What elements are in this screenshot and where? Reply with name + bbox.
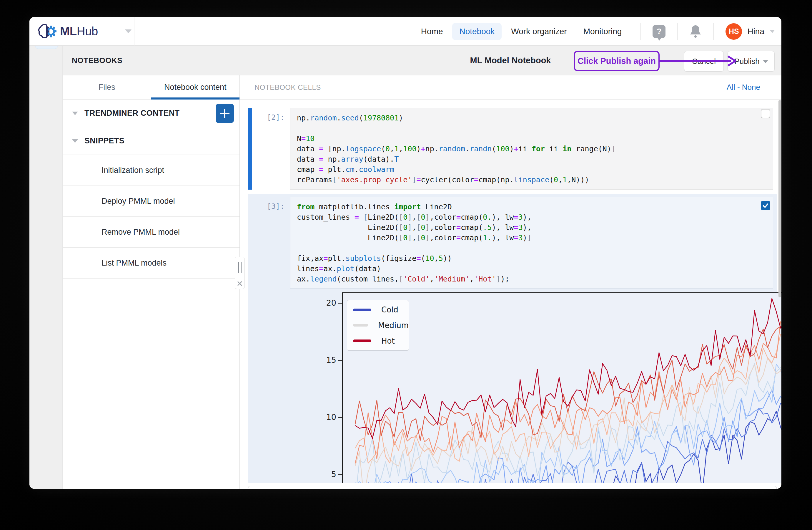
code-line: N=10	[297, 134, 766, 144]
snippet-item[interactable]: Deploy PMML model	[63, 186, 240, 217]
sidebar: FilesNotebook content TRENDMINER CONTENT…	[63, 75, 240, 489]
y-tick-label: 5	[301, 469, 336, 479]
code-line: rcParams['axes.prop_cycle']=cycler(color…	[297, 175, 766, 185]
y-tick-mark	[338, 360, 342, 361]
notebook-cells-label: NOTEBOOK CELLS	[255, 83, 321, 92]
code-line	[297, 123, 766, 134]
help-icon[interactable]: ?	[653, 25, 666, 38]
next-cell-partial	[248, 486, 777, 489]
y-tick-label: 15	[301, 355, 336, 365]
section-title: NOTEBOOKS	[72, 46, 122, 75]
cell-checkbox-checked[interactable]	[761, 201, 770, 210]
nav-item-monitoring[interactable]: Monitoring	[576, 23, 629, 40]
document-title: ML Model Notebook	[470, 46, 551, 75]
code-line: np.random.seed(19780801)	[297, 113, 766, 123]
header-divider	[134, 17, 134, 46]
collapse-caret-icon[interactable]	[72, 139, 78, 143]
notifications-bell-icon[interactable]	[689, 25, 702, 38]
code-cell-2: [2]: np.random.seed(19780801) N=10data =…	[248, 107, 777, 191]
section-snippets[interactable]: SNIPPETS	[63, 127, 240, 155]
avatar[interactable]: HS	[725, 23, 742, 40]
tab-notebook-content[interactable]: Notebook content	[151, 75, 240, 99]
legend-entry: Cold	[347, 305, 409, 314]
legend-label: Cold	[381, 305, 398, 314]
checkmark-icon	[762, 202, 769, 209]
notebook-cells-panel: [2]: np.random.seed(19780801) N=10data =…	[240, 99, 781, 489]
snippet-item[interactable]: Remove PMML model	[63, 217, 240, 248]
code-line: fix,ax=plt.subplots(figsize=(10,5))	[297, 253, 766, 264]
snippet-list: Initialization scriptDeploy PMML modelRe…	[63, 155, 240, 279]
sidebar-resize-handle[interactable]	[235, 257, 245, 278]
app-window: MLHub HomeNotebookWork organizerMonitori…	[29, 17, 781, 489]
tab-files[interactable]: Files	[63, 75, 151, 99]
nav-divider	[713, 23, 714, 40]
sidebar-splitter	[235, 257, 245, 289]
add-snippet-button[interactable]	[216, 104, 234, 123]
nav-item-home[interactable]: Home	[414, 23, 450, 40]
annotation-callout: Click Publish again	[574, 51, 659, 71]
nav-divider	[640, 23, 641, 40]
chart-series-6	[355, 334, 781, 463]
code-line: lines=ax.plot(data)	[297, 264, 766, 274]
mlhub-logo-icon	[38, 22, 57, 41]
scrollbar-thumb[interactable]	[779, 100, 781, 297]
code-line: from matplotlib.lines import Line2D	[297, 202, 766, 212]
code-line: ax.legend(custom_lines,['Cold','Medium',…	[297, 274, 766, 284]
code-line: data = [np.logspace(0,1,100)+np.random.r…	[297, 144, 766, 154]
legend-swatch	[353, 324, 368, 326]
y-tick-mark	[338, 303, 342, 304]
cell-prompt: [3]:	[267, 202, 285, 210]
cell-selection-bar	[248, 108, 252, 190]
y-tick-label: 20	[301, 298, 336, 308]
select-all-link[interactable]: All	[727, 83, 735, 92]
nav-item-notebook[interactable]: Notebook	[452, 23, 502, 40]
section-trendminer-content[interactable]: TRENDMINER CONTENT	[63, 99, 240, 127]
code-line: cmap = plt.cm.coolwarm	[297, 164, 766, 175]
y-tick-mark	[338, 474, 342, 475]
icon-rail	[29, 46, 63, 489]
cell-checkbox-unchecked[interactable]	[761, 109, 770, 118]
select-links: All - None	[727, 83, 760, 92]
notebook-cells-header: NOTEBOOK CELLS All - None	[240, 75, 781, 99]
legend-entry: Hot	[347, 337, 409, 345]
collapse-caret-icon[interactable]	[72, 112, 78, 115]
legend-swatch	[353, 339, 371, 342]
select-none-link[interactable]: None	[742, 83, 760, 92]
snippet-item[interactable]: Initialization script	[63, 155, 240, 186]
y-tick-mark	[338, 417, 342, 418]
main-nav: HomeNotebookWork organizerMonitoring ? H…	[414, 17, 775, 46]
close-icon	[237, 281, 243, 286]
user-menu-caret-icon[interactable]	[770, 30, 775, 33]
nav-item-work-organizer[interactable]: Work organizer	[504, 23, 574, 40]
top-header: MLHub HomeNotebookWork organizerMonitori…	[29, 17, 781, 46]
publish-caret-icon	[763, 60, 768, 63]
chart-output: ColdMediumHot	[342, 292, 781, 483]
legend-label: Hot	[381, 337, 395, 345]
nav-divider	[677, 23, 678, 40]
code-editor[interactable]: from matplotlib.lines import Line2Dcusto…	[290, 197, 773, 289]
code-line	[297, 243, 766, 253]
select-separator: -	[735, 83, 742, 92]
annotation-arrow-icon	[659, 55, 738, 67]
user-name[interactable]: Hina	[747, 27, 764, 36]
code-line: data = np.array(data).T	[297, 154, 766, 164]
legend-entry: Medium	[347, 321, 409, 330]
legend-label: Medium	[378, 321, 409, 330]
mlhub-logo: MLHub	[38, 17, 131, 46]
code-line: Line2D([0],[0],color=cmap(1.), lw=3)]	[297, 233, 766, 243]
code-line: Line2D([0],[0],color=cmap(.5), lw=3),	[297, 222, 766, 233]
workspace-caret-icon[interactable]	[125, 29, 131, 33]
code-line: custom_lines = [Line2D([0],[0],color=cma…	[297, 212, 766, 222]
chart-legend: ColdMediumHot	[347, 300, 409, 351]
sidebar-tabs: FilesNotebook content	[63, 75, 240, 99]
code-cell-3: [3]: from matplotlib.lines import Line2D…	[248, 194, 777, 483]
y-tick-label: 10	[301, 412, 336, 422]
snippet-item[interactable]: List PMML models	[63, 248, 240, 279]
legend-swatch	[353, 309, 371, 311]
app-title: MLHub	[60, 25, 98, 38]
code-editor[interactable]: np.random.seed(19780801) N=10data = [np.…	[290, 108, 773, 190]
cell-prompt: [2]:	[267, 113, 285, 122]
sidebar-close-button[interactable]	[235, 278, 245, 289]
